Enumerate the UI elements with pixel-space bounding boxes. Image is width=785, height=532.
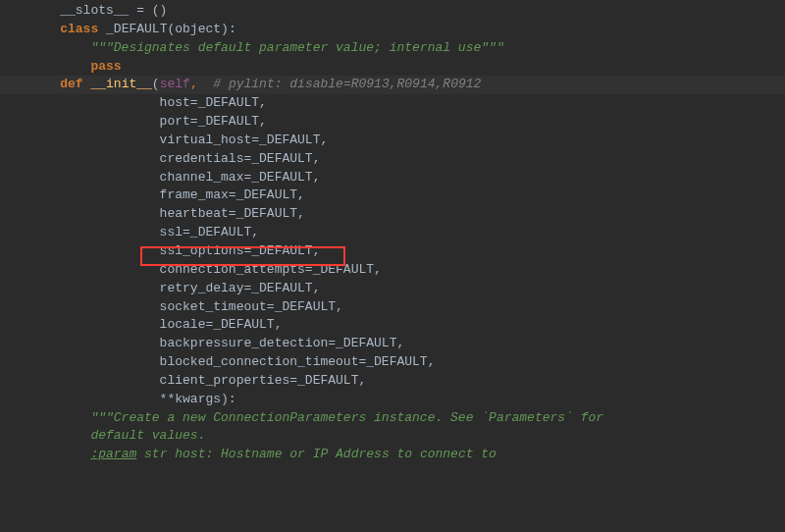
code-line: blocked_connection_timeout=_DEFAULT, [0, 353, 785, 372]
code-line: connection_attempts=_DEFAULT, [0, 261, 785, 280]
code-line: client_properties=_DEFAULT, [0, 372, 785, 391]
code-line: retry_delay=_DEFAULT, [0, 280, 785, 298]
code-line: backpressure_detection=_DEFAULT, [0, 335, 785, 353]
code-line: locale=_DEFAULT, [0, 316, 785, 335]
code-line-current: def __init__(self, # pylint: disable=R09… [0, 76, 785, 94]
code-line: host=_DEFAULT, [0, 94, 785, 113]
code-line: default values. [0, 427, 785, 446]
code-line: heartbeat=_DEFAULT, [0, 205, 785, 224]
code-line: frame_max=_DEFAULT, [0, 186, 785, 205]
code-line: credentials=_DEFAULT, [0, 150, 785, 169]
code-line: """Designates default parameter value; i… [0, 39, 785, 58]
code-line: ssl=_DEFAULT, [0, 224, 785, 242]
code-line: __slots__ = () [0, 2, 785, 21]
code-line: """Create a new ConnectionParameters ins… [0, 409, 785, 428]
code-line: **kwargs): [0, 391, 785, 409]
code-editor[interactable]: __slots__ = () class _DEFAULT(object): "… [0, 0, 785, 464]
code-line: port=_DEFAULT, [0, 113, 785, 132]
code-line: channel_max=_DEFAULT, [0, 169, 785, 187]
code-line: :param str host: Hostname or IP Address … [0, 446, 785, 464]
code-line: ssl_options=_DEFAULT, [0, 242, 785, 261]
code-line: pass [0, 58, 785, 77]
code-line: class _DEFAULT(object): [0, 21, 785, 39]
code-line: socket_timeout=_DEFAULT, [0, 298, 785, 317]
code-line: virtual_host=_DEFAULT, [0, 132, 785, 150]
